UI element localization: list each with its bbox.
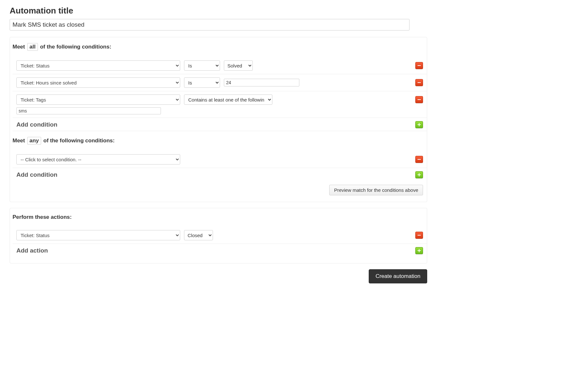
add-condition-row: Add condition: [13, 168, 427, 181]
action-value-select[interactable]: Closed: [184, 230, 213, 240]
meet-all-prefix: Meet: [13, 44, 25, 50]
add-condition-label: Add condition: [16, 171, 57, 178]
condition-row-tags: Ticket: Tags Contains at least one of th…: [13, 91, 427, 118]
create-row: Create automation: [10, 269, 427, 283]
preview-match-button[interactable]: Preview match for the conditions above: [329, 185, 423, 195]
condition-value-select[interactable]: Solved: [224, 60, 253, 71]
actions-label: Perform these actions:: [13, 214, 427, 220]
meet-any-prefix: Meet: [13, 138, 25, 144]
meet-all-suffix: of the following conditions:: [40, 44, 111, 50]
plus-icon: [417, 173, 421, 177]
svg-rect-4: [418, 124, 421, 125]
add-action-row: Add action: [13, 244, 427, 257]
automation-title-input[interactable]: [10, 19, 410, 31]
remove-condition-button[interactable]: [415, 62, 423, 69]
add-condition-label: Add condition: [16, 121, 57, 128]
svg-rect-7: [418, 174, 421, 175]
remove-action-button[interactable]: [415, 232, 423, 239]
action-row: Ticket: Status Closed: [13, 227, 427, 244]
minus-icon: [417, 233, 421, 237]
condition-row: Ticket: Hours since solved Is: [13, 74, 427, 91]
remove-condition-button[interactable]: [415, 79, 423, 86]
remove-condition-button[interactable]: [415, 96, 423, 103]
svg-rect-0: [418, 65, 421, 66]
preview-row: Preview match for the conditions above: [10, 181, 427, 195]
create-automation-button[interactable]: Create automation: [369, 269, 427, 283]
add-condition-button[interactable]: [415, 121, 423, 128]
svg-rect-1: [418, 82, 421, 83]
minus-icon: [417, 64, 421, 67]
meet-any-suffix: of the following conditions:: [43, 138, 115, 144]
svg-rect-8: [418, 235, 421, 236]
minus-icon: [417, 157, 421, 161]
conditions-panel: Meet all of the following conditions: Ti…: [10, 37, 427, 202]
condition-row-empty: -- Click to select condition. --: [13, 151, 427, 168]
add-condition-button[interactable]: [415, 171, 423, 178]
svg-rect-5: [418, 159, 421, 160]
actions-panel: Perform these actions: Ticket: Status Cl…: [10, 208, 427, 263]
minus-icon: [417, 98, 421, 102]
page-title: Automation title: [10, 6, 572, 16]
condition-operator-select[interactable]: Contains at least one of the following: [184, 94, 272, 105]
condition-field-select[interactable]: Ticket: Status: [16, 60, 180, 71]
condition-row: Ticket: Status Is Solved: [13, 57, 427, 74]
plus-icon: [417, 249, 421, 253]
svg-rect-2: [418, 99, 421, 100]
minus-icon: [417, 81, 421, 85]
condition-operator-select[interactable]: Is: [184, 77, 220, 88]
condition-field-select[interactable]: -- Click to select condition. --: [16, 154, 180, 165]
add-action-label: Add action: [16, 247, 48, 254]
conditions-any-label: Meet any of the following conditions:: [13, 137, 427, 145]
plus-icon: [417, 123, 421, 127]
condition-field-select[interactable]: Ticket: Hours since solved: [16, 77, 180, 88]
conditions-all-label: Meet all of the following conditions:: [13, 43, 427, 51]
meet-any-chip: any: [27, 137, 41, 145]
condition-field-select[interactable]: Ticket: Tags: [16, 94, 180, 105]
meet-all-chip: all: [27, 43, 38, 51]
svg-rect-10: [418, 250, 421, 251]
action-field-select[interactable]: Ticket: Status: [16, 230, 180, 240]
condition-operator-select[interactable]: Is: [184, 60, 220, 71]
remove-condition-button[interactable]: [415, 156, 423, 163]
add-action-button[interactable]: [415, 247, 423, 254]
add-condition-row: Add condition: [13, 118, 427, 131]
condition-tags-input[interactable]: [16, 107, 161, 114]
condition-value-input[interactable]: [224, 79, 299, 86]
